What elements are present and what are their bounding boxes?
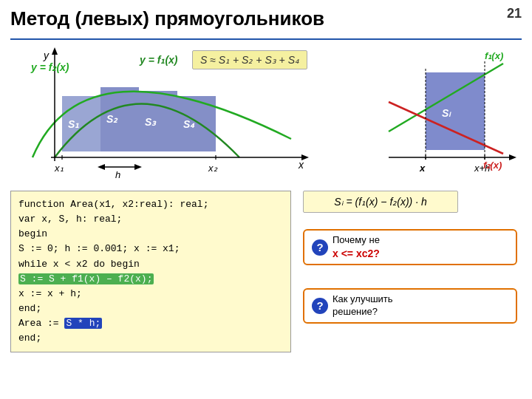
formula-si-box: Sᵢ = (f₁(x) − f₂(x)) · h: [303, 191, 458, 213]
slide-number: 21: [507, 6, 522, 21]
svg-text:S₂: S₂: [106, 113, 118, 125]
formula-s-box: S ≈ S₁ + S₂ + S₃ + S₄: [192, 50, 307, 69]
svg-text:S₁: S₁: [68, 118, 79, 130]
code-line-5: while x < x2 do begin: [18, 257, 283, 272]
code-line-1: function Area(x1, x2:real): real;: [18, 197, 283, 212]
code-highlight-area: S * h;: [64, 318, 102, 329]
slide-title: Метод (левых) прямоугольников: [10, 7, 324, 30]
code-block: function Area(x1, x2:real): real; var x,…: [10, 191, 291, 352]
question-mark-1: ?: [312, 239, 328, 256]
code-line-7: x := x + h;: [18, 287, 283, 301]
question-bubble-1: ? Почему не x <= xc2?: [303, 229, 517, 265]
svg-marker-9: [98, 164, 105, 170]
code-line-6: S := S + f1(x) – f2(x);: [18, 272, 283, 287]
svg-rect-24: [426, 72, 485, 150]
svg-text:x₂: x₂: [208, 163, 218, 174]
svg-marker-10: [134, 164, 142, 170]
svg-text:S₃: S₃: [145, 116, 157, 128]
svg-text:y = f₂(x): y = f₂(x): [30, 61, 69, 73]
question-text-1: Почему не x <= xc2?: [332, 234, 380, 260]
svg-text:Sᵢ: Sᵢ: [442, 107, 451, 119]
code-line-9: Area := S * h;: [18, 316, 283, 331]
svg-text:f₂(x): f₂(x): [483, 160, 502, 171]
svg-text:y: y: [43, 50, 50, 61]
svg-text:x: x: [298, 159, 304, 171]
svg-text:y = f₁(x): y = f₁(x): [139, 54, 178, 66]
code-line-8: end;: [18, 301, 283, 316]
code-highlight-s: S := S + f1(x) – f2(x);: [18, 273, 154, 284]
right-diagram: x x+h Sᵢ f₁(x) f₂(x): [374, 43, 522, 183]
question-bubble-2: ? Как улучшить решение?: [303, 288, 517, 324]
code-line-3: begin: [18, 227, 283, 242]
svg-marker-28: [509, 154, 516, 160]
svg-text:f₁(x): f₁(x): [485, 50, 503, 61]
question-text-2: Как улучшить решение?: [332, 293, 393, 318]
code-line-10: end;: [18, 331, 283, 346]
svg-text:h: h: [115, 169, 120, 180]
svg-text:S₄: S₄: [183, 118, 195, 130]
code-line-2: var x, S, h: real;: [18, 212, 283, 227]
svg-text:x₁: x₁: [54, 163, 64, 174]
svg-text:x: x: [419, 163, 426, 174]
divider: [10, 38, 522, 40]
svg-marker-5: [52, 47, 58, 55]
question-mark-2: ?: [312, 298, 328, 314]
code-line-4: S := 0; h := 0.001; x := x1;: [18, 242, 283, 256]
